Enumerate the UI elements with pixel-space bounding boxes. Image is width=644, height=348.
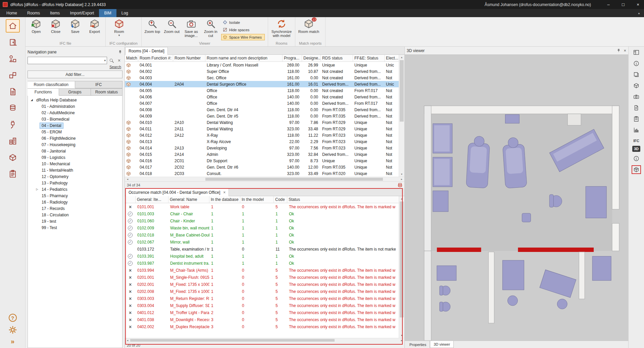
tree-item[interactable]: 01 - Administration	[28, 103, 122, 110]
search-dropdown-icon[interactable]: ▾	[104, 59, 106, 62]
buildings-module-button[interactable]	[6, 134, 20, 148]
room-row[interactable]: 04.005 Office 118.00 0.00 Not created Fr…	[125, 87, 404, 94]
occurrence-row[interactable]: × ✓ 0101.001 Work table 1 0 5 The occurr…	[125, 203, 404, 210]
function-tab[interactable]: Groups	[59, 88, 91, 96]
ifc-open-button[interactable]: Open	[27, 17, 46, 34]
occurrence-vertical-scrollbar[interactable]: ▲ ▼	[399, 196, 404, 338]
scroll-thumb[interactable]	[400, 202, 404, 317]
function-tab[interactable]: Room status	[91, 88, 122, 96]
ifc-export-button[interactable]: Export	[85, 17, 104, 34]
info-button[interactable]	[632, 59, 641, 68]
clipboard-button[interactable]	[632, 115, 641, 123]
room-row[interactable]: 04.014 2A13 Developing 97.00 7.56 From R…	[125, 145, 404, 151]
tree-item[interactable]: 10 - Mechanical	[28, 161, 122, 167]
menu-tab[interactable]: Rooms	[22, 9, 45, 17]
items-module-button[interactable]	[6, 69, 20, 82]
pin-icon[interactable]	[616, 48, 621, 53]
occurrence-row[interactable]: × ✓ 0402.002 M_Duplex Receptacle:... 3 0…	[125, 323, 404, 330]
tree-item[interactable]: 09 - Logistics	[28, 154, 122, 161]
classification-tab[interactable]: IFC	[75, 81, 123, 88]
isolate-toggle[interactable]: Isolate	[221, 19, 265, 26]
menu-tab[interactable]: Log	[116, 9, 133, 17]
occurrence-row[interactable]: × ✓ 0102.009 Waste bin, wall mount... 1 …	[125, 224, 404, 231]
scroll-thumb[interactable]	[400, 60, 404, 122]
occurrence-row[interactable]: × ✓ 0202.001 M_Fixed: 1735 x 1000... 1 0…	[125, 281, 404, 288]
space-wire-frames-toggle[interactable]: Space Wire Frames	[221, 34, 265, 40]
viewer-tab[interactable]: Properties	[406, 341, 430, 348]
col-status[interactable]: Status	[287, 196, 404, 203]
col-general-name[interactable]: General: Name	[168, 196, 209, 203]
ifc-save-button[interactable]: Save	[65, 17, 85, 34]
function-tab[interactable]: Functions	[28, 88, 59, 96]
copy-pages-button[interactable]	[632, 70, 641, 79]
print-report-icon[interactable]	[398, 183, 402, 187]
tree-item[interactable]: 02 - AdultMedicine	[28, 110, 122, 116]
occurrence-row[interactable]: × ✓ 0103.987 Dentist instrument tra... 1…	[125, 260, 404, 267]
tree-item[interactable]: 05 - EROM	[28, 129, 122, 135]
tree-item[interactable]: 15 - Pharmacy	[28, 192, 122, 199]
tree-item[interactable]: 16 - Radiology	[28, 199, 122, 205]
snapshot-button[interactable]	[632, 92, 641, 101]
room-row[interactable]: 04.015 2A14 Admin 323.00 32.84 Derived f…	[125, 151, 404, 158]
room-row[interactable]: 04.001 Library / Conf. Room Hassell 269.…	[125, 62, 404, 68]
occurrence-row[interactable]: × ✓ 0303.004 M_Supply Diffuser: SD... 1 …	[125, 302, 404, 309]
occurrence-row[interactable]: × ✓ 0101.060 Chair - Kinder 1 1 1 Ok	[125, 217, 404, 224]
room-config-button[interactable]: Room ▾	[107, 17, 132, 37]
scroll-up-icon[interactable]: ▲	[399, 196, 404, 201]
scroll-left-icon[interactable]: ◄	[125, 339, 130, 342]
rooms-tab[interactable]: Rooms [04 - Dental]	[125, 47, 168, 55]
logistics-module-button[interactable]	[6, 151, 20, 164]
room-row[interactable]: 04.012 2A12 X-Ray 118.00 11.22 From RT.0…	[125, 132, 404, 138]
occurrence-row[interactable]: × ✓ 0202.008 M_Fixed: 1735 x 1000... 1 0…	[125, 288, 404, 295]
documents-button[interactable]	[632, 103, 641, 112]
scroll-thumb[interactable]	[130, 339, 335, 342]
tree-item[interactable]: 11 - MentalHealth	[28, 167, 122, 173]
pin-icon[interactable]	[118, 50, 122, 54]
close-tab-icon[interactable]: ×	[223, 190, 226, 195]
model-box-button[interactable]	[632, 81, 641, 90]
settings-button[interactable]	[6, 325, 20, 335]
col-code[interactable]: Code	[274, 196, 287, 203]
occurrence-row[interactable]: × ✓ 0401.038 M_Downlight - Recess... 3 0…	[125, 316, 404, 323]
zoom-top-button[interactable]: Zoom top	[143, 17, 162, 34]
tree-item[interactable]: 07 - Housekeeping	[28, 141, 122, 148]
collapse-ribbon-icon[interactable]: ▲	[634, 9, 644, 17]
rooms-vertical-scrollbar[interactable]: ▲ ▼	[399, 55, 404, 177]
occurrence-row[interactable]: × ✓ 0201.001 M_Single-Flush: 0915... 1 0…	[125, 274, 404, 281]
expand-more-icon[interactable]: »	[11, 338, 14, 345]
room-row[interactable]: 04.016 2C01 Dtr Support 97.00 8.73 Uniqu…	[125, 158, 404, 164]
occurrence-row[interactable]: × ✓ 0103.172 Table, examination / tr... …	[125, 246, 404, 253]
tree-item[interactable]: dRofus Help Database	[28, 97, 122, 103]
tree-item[interactable]: 12 - Optometry	[28, 173, 122, 180]
home-module-button[interactable]	[6, 19, 20, 33]
col-in-model[interactable]: In the model	[240, 196, 274, 203]
room-match-button[interactable]: 13 Room match	[296, 17, 321, 34]
tree-item[interactable]: 13 - Pathology	[28, 180, 122, 186]
systems-module-button[interactable]	[6, 118, 20, 131]
scroll-down-icon[interactable]: ▼	[399, 333, 404, 338]
ifc-close-button[interactable]: Close	[46, 17, 65, 34]
tree-item[interactable]: 08 - Janitorial	[28, 148, 122, 154]
close-panel-icon[interactable]: ×	[624, 48, 626, 53]
rooms-horizontal-scrollbar[interactable]: ◄ ►	[125, 177, 404, 181]
room-row[interactable]: 04.002 Super Office 118.00 10.87 Not cre…	[125, 68, 404, 75]
layout-panels-button[interactable]	[632, 48, 641, 57]
occurrence-row[interactable]: × ✓ 0401.012 M_Troffer Light - Para... 2…	[125, 309, 404, 316]
tree-item[interactable]: 04 - Dental	[28, 122, 122, 129]
col-in-database[interactable]: In the database	[209, 196, 240, 203]
col-designed[interactable]: Designe...	[302, 55, 321, 61]
occurrence-match-tab[interactable]: Occurrence match [04.004 - Dental Surgeo…	[125, 188, 229, 196]
menu-tab[interactable]: Import/Export	[65, 9, 99, 17]
occurrence-row[interactable]: × ✓ 0103.391 Hospital bed, adult 1 1 1 O…	[125, 253, 404, 260]
documents-module-button[interactable]	[6, 85, 20, 98]
zoom-out-button[interactable]: Zoom out	[162, 17, 182, 34]
room-row[interactable]: 04.010 2A10 Dental Waiting 97.00 7.86 Fr…	[125, 119, 404, 126]
tree-item[interactable]: 03 - Biomedical	[28, 116, 122, 122]
occurrence-row[interactable]: × ✓ 0103.994 M_Chair-Task (Arms) -... 1 …	[125, 267, 404, 274]
occurrence-row[interactable]: × ✓ 0102.018 M_Base Cabinet-Doub... 1 1 …	[125, 231, 404, 238]
menu-tab[interactable]: BIM	[99, 9, 116, 17]
scroll-right-icon[interactable]: ►	[399, 339, 404, 342]
col-match[interactable]: Match	[125, 55, 138, 61]
room-row[interactable]: 04.004 2A04 Dental Surgeon Office 161.00…	[125, 81, 404, 87]
col-rds-status[interactable]: RDS status	[321, 55, 353, 61]
